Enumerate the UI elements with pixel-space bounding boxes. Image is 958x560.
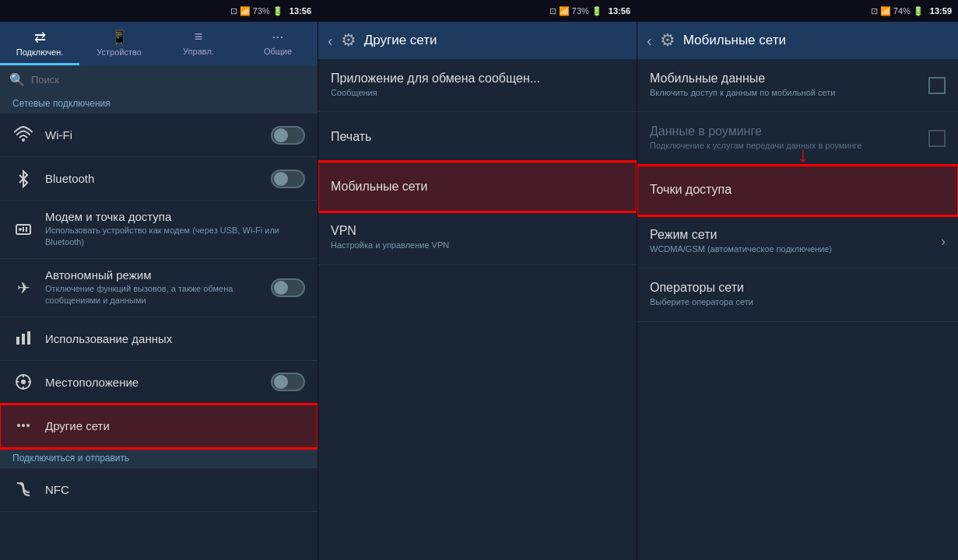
bluetooth-toggle[interactable]: [271, 170, 305, 188]
messaging-subtitle: Сообщения: [331, 87, 624, 99]
status-icons-3: ⊡ 📶 74% 🔋: [871, 6, 924, 16]
roaming-content: Данные в роуминге Подключение к услугам …: [650, 124, 918, 152]
mobilenets-content: Мобильные сети: [331, 180, 624, 194]
mobiledata-checkbox[interactable]: [928, 77, 946, 94]
svg-point-17: [22, 424, 25, 427]
operators-subtitle: Выберите оператора сети: [650, 296, 946, 308]
messaging-content: Приложение для обмена сообщен... Сообщен…: [331, 72, 624, 99]
panel2-title: Другие сети: [364, 33, 437, 48]
location-content: Местоположение: [45, 376, 260, 389]
location-title: Местоположение: [45, 376, 260, 389]
clock-2: 13:56: [609, 6, 630, 16]
wifi-toggle[interactable]: [271, 126, 305, 145]
airplane-toggle[interactable]: [271, 278, 305, 297]
location-item[interactable]: Местоположение: [0, 361, 318, 404]
signal-icon-3: 📶: [880, 6, 891, 16]
modem-subtitle: Использовать устройство как модем (через…: [45, 225, 305, 249]
settings-gear-icon-2: ⚙: [341, 30, 356, 51]
portrait-icon-3: ⊡: [871, 6, 878, 16]
location-toggle[interactable]: [271, 373, 305, 391]
svg-point-11: [21, 380, 26, 384]
datausage-title: Использование данных: [45, 332, 305, 345]
settings-list-3: Мобильные данные Включить доступ к данны…: [637, 59, 958, 560]
datausage-item[interactable]: Использование данных: [0, 317, 318, 361]
mobiledata-item[interactable]: Мобильные данные Включить доступ к данны…: [637, 59, 958, 112]
annotation-arrow-3: ↓: [798, 142, 809, 167]
airplane-toggle-knob: [274, 281, 288, 295]
svg-point-4: [19, 228, 22, 231]
nfc-content: NFC: [45, 483, 305, 496]
device-tab-label: Устройство: [97, 47, 142, 57]
wifi-toggle-knob: [274, 128, 288, 142]
accesspoints-title: Точки доступа: [650, 183, 946, 197]
accesspoints-item[interactable]: Точки доступа ↓: [637, 166, 958, 215]
operators-content: Операторы сети Выберите оператора сети: [650, 281, 946, 308]
airplane-icon: ✈: [12, 277, 34, 299]
tab-controls[interactable]: ≡ Управл.: [159, 22, 238, 65]
airplane-title: Автономный режим: [45, 268, 260, 282]
vpn-title: VPN: [331, 224, 624, 238]
networkmode-item[interactable]: Режим сети WCDMA/GSM (автоматическое под…: [637, 215, 958, 268]
tab-general[interactable]: ··· Общие: [238, 22, 318, 65]
operators-item[interactable]: Операторы сети Выберите оператора сети: [637, 268, 958, 321]
svg-point-18: [26, 424, 30, 427]
connections-tab-icon: ⇄: [34, 29, 46, 46]
battery-text-2: 73%: [572, 6, 589, 16]
messaging-item[interactable]: Приложение для обмена сообщен... Сообщен…: [318, 59, 637, 112]
location-icon: [12, 371, 34, 393]
back-button-2[interactable]: ‹: [328, 32, 333, 50]
top-bar-3: ‹ ⚙ Мобильные сети: [637, 22, 958, 59]
nfc-item[interactable]: NFC: [0, 468, 318, 512]
networkmode-subtitle: WCDMA/GSM (автоматическое подключение): [650, 243, 930, 255]
nfc-icon: [12, 478, 34, 500]
connections-tab-label: Подключен.: [16, 47, 64, 57]
settings-gear-icon-3: ⚙: [660, 30, 676, 51]
wifi-item[interactable]: Wi-Fi: [0, 114, 318, 157]
othernets-icon: [12, 415, 34, 436]
airplane-subtitle: Отключение функций вызовов, а также обме…: [45, 283, 260, 307]
networkmode-content: Режим сети WCDMA/GSM (автоматическое под…: [650, 228, 930, 255]
search-input[interactable]: [31, 74, 308, 86]
connect-section-header: Подключиться и отправить: [0, 448, 318, 468]
network-section-header: Сетевые подключения: [0, 93, 318, 114]
wifi-icon: [12, 124, 34, 146]
roaming-checkbox[interactable]: [928, 130, 946, 147]
panel-mobile-networks: ⊡ 📶 74% 🔋 13:59 ‹ ⚙ Мобильные сети Мобил…: [637, 0, 958, 560]
tab-connections[interactable]: ⇄ Подключен.: [0, 22, 79, 65]
mobilenets-title: Мобильные сети: [331, 180, 624, 194]
mobilenets-item[interactable]: Мобильные сети ↓: [318, 162, 637, 212]
location-toggle-knob: [274, 375, 288, 389]
wifi-content: Wi-Fi: [45, 128, 260, 142]
print-item[interactable]: Печать: [318, 112, 637, 162]
roaming-subtitle: Подключение к услугам передачи данных в …: [650, 140, 918, 152]
bluetooth-toggle-knob: [274, 172, 288, 186]
bluetooth-item[interactable]: Bluetooth: [0, 157, 318, 201]
controls-tab-label: Управл.: [183, 47, 214, 56]
modem-icon: [12, 219, 34, 240]
back-button-3[interactable]: ‹: [647, 32, 652, 50]
airplane-content: Автономный режим Отключение функций вызо…: [45, 268, 260, 307]
othernets-title: Другие сети: [45, 419, 305, 432]
svg-rect-8: [22, 334, 25, 345]
search-bar: 🔍: [0, 65, 318, 93]
othernets-item[interactable]: Другие сети: [0, 404, 318, 448]
nfc-title: NFC: [45, 483, 305, 496]
modem-item[interactable]: Модем и точка доступа Использовать устро…: [0, 201, 318, 259]
networkmode-chevron: ›: [941, 233, 946, 250]
status-bar-2: ⊡ 📶 73% 🔋 13:56: [318, 0, 637, 22]
svg-point-0: [22, 138, 25, 142]
svg-rect-7: [16, 337, 19, 345]
status-icons-2: ⊡ 📶 73% 🔋: [549, 6, 602, 16]
mobiledata-content: Мобильные данные Включить доступ к данны…: [650, 72, 918, 99]
battery-text: 73%: [253, 6, 270, 16]
tab-device[interactable]: 📱 Устройство: [79, 22, 159, 65]
portrait-icon: ⊡: [230, 6, 237, 16]
settings-list-2: Приложение для обмена сообщен... Сообщен…: [318, 59, 637, 560]
battery-icon-3: 🔋: [913, 6, 924, 16]
search-icon: 🔍: [9, 72, 25, 87]
vpn-item[interactable]: VPN Настройка и управление VPN: [318, 212, 637, 264]
airplane-item[interactable]: ✈ Автономный режим Отключение функций вы…: [0, 259, 318, 317]
signal-icon-2: 📶: [559, 6, 570, 16]
vpn-content: VPN Настройка и управление VPN: [331, 224, 624, 251]
battery-text-3: 74%: [893, 6, 911, 16]
